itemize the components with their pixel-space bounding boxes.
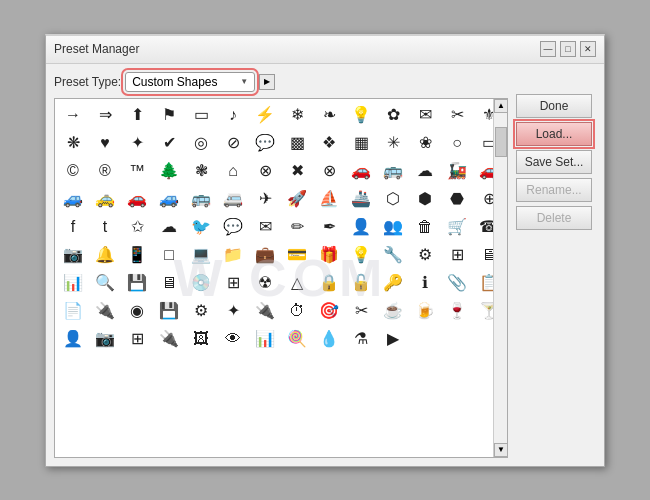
shape-cell[interactable]: 🔍 — [89, 269, 121, 297]
save-set-button[interactable]: Save Set... — [516, 150, 592, 174]
shape-cell[interactable]: 🗑 — [409, 213, 441, 241]
shape-cell[interactable]: ☁ — [153, 213, 185, 241]
shape-cell[interactable]: ✉ — [409, 101, 441, 129]
shape-cell[interactable]: ○ — [441, 129, 473, 157]
rename-button[interactable]: Rename... — [516, 178, 592, 202]
shape-cell[interactable]: ❖ — [313, 129, 345, 157]
shape-cell[interactable]: 💧 — [313, 325, 345, 353]
shape-cell[interactable]: 🔒 — [313, 269, 345, 297]
shape-cell[interactable]: 🚗 — [121, 185, 153, 213]
shape-cell[interactable]: ✈ — [249, 185, 281, 213]
shape-cell[interactable]: ⚗ — [345, 325, 377, 353]
shape-cell[interactable]: ⊘ — [217, 129, 249, 157]
minimize-button[interactable]: — — [540, 41, 556, 57]
shape-cell[interactable]: ✒ — [313, 213, 345, 241]
shape-cell[interactable]: 🐦 — [185, 213, 217, 241]
shape-cell[interactable]: ❄ — [281, 101, 313, 129]
shape-cell[interactable]: 💡 — [345, 241, 377, 269]
shape-cell[interactable]: 💬 — [249, 129, 281, 157]
shape-cell[interactable]: ⊗ — [249, 157, 281, 185]
shape-cell[interactable]: 🔌 — [89, 297, 121, 325]
shape-cell[interactable]: 🚂 — [441, 157, 473, 185]
shape-cell[interactable]: 📄 — [57, 297, 89, 325]
done-button[interactable]: Done — [516, 94, 592, 118]
shape-cell[interactable]: ✏ — [281, 213, 313, 241]
shape-cell[interactable]: ☁ — [409, 157, 441, 185]
shape-cell[interactable]: © — [57, 157, 89, 185]
shape-cell[interactable]: 👥 — [377, 213, 409, 241]
shape-cell[interactable]: ⚑ — [153, 101, 185, 129]
shape-cell[interactable]: ⬡ — [377, 185, 409, 213]
shape-cell[interactable]: ℹ — [409, 269, 441, 297]
shape-cell[interactable]: 🚗 — [345, 157, 377, 185]
shape-cell[interactable]: △ — [281, 269, 313, 297]
scrollbar-thumb[interactable] — [495, 127, 507, 157]
shape-cell[interactable]: → — [57, 101, 89, 129]
shape-cell[interactable]: ✦ — [217, 297, 249, 325]
shape-cell[interactable]: f — [57, 213, 89, 241]
shape-cell[interactable]: ® — [89, 157, 121, 185]
shape-cell[interactable]: 🚢 — [345, 185, 377, 213]
shape-cell[interactable]: ♥ — [89, 129, 121, 157]
shape-cell[interactable]: ⊗ — [313, 157, 345, 185]
nav-next-button[interactable]: ▶ — [259, 74, 275, 90]
shape-cell[interactable]: 🔓 — [345, 269, 377, 297]
shape-cell[interactable]: 🚌 — [185, 185, 217, 213]
shape-cell[interactable]: ✦ — [121, 129, 153, 157]
shape-cell[interactable]: ⚙ — [185, 297, 217, 325]
shape-cell[interactable]: ☢ — [249, 269, 281, 297]
shape-cell[interactable]: 🛒 — [441, 213, 473, 241]
delete-button[interactable]: Delete — [516, 206, 592, 230]
shape-cell[interactable]: 💻 — [185, 241, 217, 269]
shape-cell[interactable]: 📱 — [121, 241, 153, 269]
shape-cell[interactable]: 💳 — [281, 241, 313, 269]
shape-cell[interactable]: ❋ — [57, 129, 89, 157]
shape-cell[interactable]: ✂ — [441, 101, 473, 129]
shape-cell[interactable]: 🚌 — [377, 157, 409, 185]
shape-cell[interactable]: ⚡ — [249, 101, 281, 129]
shape-cell[interactable]: ▶ — [377, 325, 409, 353]
shape-cell[interactable]: 📁 — [217, 241, 249, 269]
shape-cell[interactable]: 💼 — [249, 241, 281, 269]
shape-cell[interactable]: 🔌 — [249, 297, 281, 325]
shape-cell[interactable]: t — [89, 213, 121, 241]
shape-cell[interactable]: ▩ — [281, 129, 313, 157]
shape-cell[interactable]: 📷 — [89, 325, 121, 353]
shape-cell[interactable]: 🌲 — [153, 157, 185, 185]
shape-cell[interactable]: 📊 — [249, 325, 281, 353]
shape-cell[interactable]: 🔑 — [377, 269, 409, 297]
shape-cell[interactable]: 🚀 — [281, 185, 313, 213]
shape-cell[interactable]: ◎ — [185, 129, 217, 157]
shape-cell[interactable]: 🚙 — [153, 185, 185, 213]
scrollbar-up-button[interactable]: ▲ — [494, 99, 508, 113]
shape-cell[interactable]: 🎯 — [313, 297, 345, 325]
shape-cell[interactable]: 👁 — [217, 325, 249, 353]
shape-cell[interactable]: 👤 — [57, 325, 89, 353]
shape-cell[interactable]: 🎁 — [313, 241, 345, 269]
shape-cell[interactable]: ✖ — [281, 157, 313, 185]
shape-cell[interactable]: 📎 — [441, 269, 473, 297]
scrollbar-down-button[interactable]: ▼ — [494, 443, 508, 457]
shape-cell[interactable]: ⊞ — [441, 241, 473, 269]
shape-cell[interactable]: ▦ — [345, 129, 377, 157]
shape-cell[interactable]: 🔧 — [377, 241, 409, 269]
shape-cell[interactable]: ✿ — [377, 101, 409, 129]
shape-cell[interactable]: ♪ — [217, 101, 249, 129]
shape-cell[interactable]: 📷 — [57, 241, 89, 269]
shape-cell[interactable]: ⚙ — [409, 241, 441, 269]
shape-cell[interactable]: 👤 — [345, 213, 377, 241]
maximize-button[interactable]: □ — [560, 41, 576, 57]
shape-cell[interactable]: ◉ — [121, 297, 153, 325]
shape-cell[interactable]: ✔ — [153, 129, 185, 157]
shape-cell[interactable]: ☕ — [377, 297, 409, 325]
shape-cell[interactable]: ✂ — [345, 297, 377, 325]
shape-cell[interactable]: ⇒ — [89, 101, 121, 129]
shape-cell[interactable]: 🚙 — [57, 185, 89, 213]
shape-cell[interactable]: ❧ — [313, 101, 345, 129]
shape-cell[interactable]: 🖼 — [185, 325, 217, 353]
shape-cell[interactable]: □ — [153, 241, 185, 269]
shape-cell[interactable]: ✉ — [249, 213, 281, 241]
shape-cell[interactable]: 🔌 — [153, 325, 185, 353]
shape-cell[interactable]: 🍺 — [409, 297, 441, 325]
shape-cell[interactable]: 💡 — [345, 101, 377, 129]
